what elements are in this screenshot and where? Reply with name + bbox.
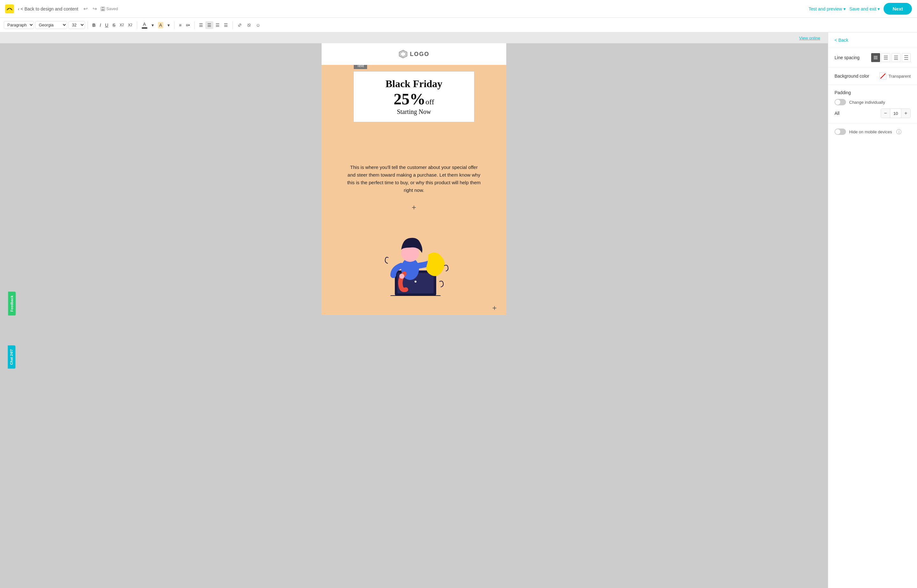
formatting-toolbar: Paragraph Georgia 32 B I U S X2 X2 A ▾ A… bbox=[0, 18, 917, 32]
back-label: < Back to design and content bbox=[21, 6, 78, 11]
svg-point-1 bbox=[8, 8, 9, 9]
paragraph-select[interactable]: Paragraph bbox=[4, 21, 34, 29]
logo-hex-icon bbox=[399, 50, 408, 58]
line-spacing-label: Line spacing bbox=[834, 55, 860, 60]
link-btn[interactable] bbox=[235, 21, 244, 29]
body-text: This is where you'll tell the customer a… bbox=[347, 163, 481, 194]
padding-stepper: − 10 + bbox=[881, 108, 911, 118]
email-logo: LOGO bbox=[322, 43, 506, 65]
next-btn[interactable]: Next bbox=[883, 3, 912, 15]
next-label: Next bbox=[893, 6, 903, 11]
align-right-btn[interactable]: ☰ bbox=[214, 21, 222, 29]
divider-4 bbox=[194, 21, 194, 29]
feedback-tab[interactable]: Feedback bbox=[8, 292, 16, 316]
change-individually-toggle[interactable] bbox=[834, 99, 846, 105]
transparent-slash bbox=[880, 73, 886, 79]
panel-back-btn[interactable]: < Back bbox=[828, 32, 917, 48]
padding-all-row: All − 10 + bbox=[834, 108, 911, 118]
test-preview-label: Test and preview bbox=[809, 6, 842, 11]
canvas-area: View online LOGO bbox=[0, 32, 828, 588]
underline-btn[interactable]: U bbox=[103, 21, 110, 29]
italic-btn[interactable]: I bbox=[98, 21, 103, 29]
superscript-btn[interactable]: X2 bbox=[126, 22, 134, 29]
extra-tools-group: ☺ bbox=[235, 21, 262, 29]
back-to-design-btn[interactable]: ‹ < Back to design and content bbox=[18, 6, 78, 11]
svg-rect-0 bbox=[5, 5, 14, 13]
save-exit-label: Save and exit bbox=[849, 6, 876, 11]
save-exit-chevron-icon: ▾ bbox=[878, 6, 880, 11]
bg-color-chevron-btn[interactable]: ▾ bbox=[165, 21, 172, 29]
add-section-bottom-icon[interactable]: + bbox=[322, 302, 506, 315]
font-select[interactable]: Georgia bbox=[35, 21, 67, 29]
saved-status: Saved bbox=[100, 6, 118, 11]
undo-redo-group: ↩ ↪ Saved bbox=[82, 5, 118, 13]
font-color-btn[interactable]: A bbox=[140, 20, 149, 30]
padding-increase-btn[interactable]: + bbox=[901, 109, 910, 118]
bg-color-btn[interactable]: A bbox=[156, 21, 165, 30]
bg-color-row: Background color Transparent bbox=[834, 73, 911, 79]
divider-5 bbox=[232, 21, 233, 29]
color-chevron-btn[interactable]: ▾ bbox=[150, 21, 156, 29]
line-spacing-medium-btn[interactable] bbox=[881, 53, 890, 62]
change-individually-label: Change individually bbox=[849, 100, 885, 105]
text-format-group: B I U S X2 X2 bbox=[91, 21, 134, 29]
line-spacing-section: Line spacing bbox=[828, 48, 917, 68]
list-group: ≡ ≡• bbox=[177, 21, 192, 29]
unordered-list-btn[interactable]: ≡• bbox=[184, 21, 192, 29]
font-size-select[interactable]: 32 bbox=[68, 21, 85, 29]
divider-2 bbox=[137, 21, 137, 29]
unlink-btn[interactable] bbox=[245, 21, 253, 29]
text-block[interactable]: Text Black Friday 25%off Starting Now bbox=[353, 71, 475, 122]
hide-mobile-row: Hide on mobile devices i bbox=[834, 129, 911, 135]
bg-color-section: Background color Transparent bbox=[828, 68, 917, 85]
feedback-label: Feedback bbox=[10, 296, 14, 312]
hide-mobile-knob bbox=[835, 129, 840, 134]
black-friday-title: Black Friday bbox=[363, 78, 465, 90]
svg-point-2 bbox=[11, 8, 11, 9]
line-spacing-single-btn[interactable] bbox=[871, 53, 880, 62]
padding-decrease-btn[interactable]: − bbox=[881, 109, 890, 118]
plus-icon: + bbox=[412, 203, 416, 212]
view-online-link[interactable]: View online bbox=[799, 36, 820, 40]
view-online-bar: View online bbox=[0, 32, 828, 43]
discount-number: 25% bbox=[394, 90, 425, 108]
undo-icon: ↩ bbox=[83, 6, 87, 12]
illustration-section bbox=[322, 213, 506, 302]
padding-all-label: All bbox=[834, 111, 840, 116]
save-exit-btn[interactable]: Save and exit ▾ bbox=[849, 6, 880, 11]
line-spacing-options bbox=[871, 53, 911, 62]
mailchimp-logo-icon bbox=[5, 5, 14, 13]
align-group: ☰ ☰ ☰ ☰ bbox=[197, 21, 230, 29]
chat-tab[interactable]: Chat 24/7 bbox=[8, 345, 15, 368]
nav-right: Test and preview ▾ Save and exit ▾ Next bbox=[809, 3, 912, 15]
color-group: A ▾ A ▾ bbox=[140, 20, 172, 30]
redo-btn[interactable]: ↪ bbox=[91, 5, 98, 13]
bg-color-picker[interactable]: Transparent bbox=[880, 73, 911, 79]
undo-btn[interactable]: ↩ bbox=[82, 5, 89, 13]
strikethrough-btn[interactable]: S bbox=[110, 21, 117, 29]
padding-section: Padding Change individually All − 10 + bbox=[828, 85, 917, 123]
hide-mobile-toggle[interactable] bbox=[834, 129, 846, 135]
ordered-list-btn[interactable]: ≡ bbox=[177, 21, 183, 29]
line-spacing-single-icon bbox=[873, 55, 878, 60]
add-section-top-icon[interactable]: + bbox=[322, 200, 506, 213]
test-preview-btn[interactable]: Test and preview ▾ bbox=[809, 6, 846, 11]
align-center-btn[interactable]: ☰ bbox=[206, 21, 213, 29]
nav-left: ‹ < Back to design and content ↩ ↪ Saved bbox=[5, 5, 809, 13]
hide-mobile-label: Hide on mobile devices bbox=[849, 129, 892, 134]
hide-mobile-info-icon: i bbox=[896, 129, 901, 134]
subscript-btn[interactable]: X2 bbox=[118, 22, 126, 29]
padding-value-input[interactable]: 10 bbox=[890, 109, 901, 118]
discount-off: off bbox=[425, 98, 434, 106]
bold-btn[interactable]: B bbox=[91, 21, 97, 29]
color-preview-swatch[interactable] bbox=[880, 73, 886, 79]
redo-icon: ↪ bbox=[92, 6, 97, 12]
align-justify-btn[interactable]: ☰ bbox=[222, 21, 230, 29]
save-icon bbox=[100, 7, 105, 11]
emoji-btn[interactable]: ☺ bbox=[254, 21, 262, 29]
svg-rect-4 bbox=[102, 7, 104, 8]
align-left-btn[interactable]: ☰ bbox=[197, 21, 205, 29]
line-spacing-wide-btn[interactable] bbox=[891, 53, 901, 62]
saved-text: Saved bbox=[106, 6, 118, 11]
line-spacing-wider-btn[interactable] bbox=[902, 53, 911, 62]
